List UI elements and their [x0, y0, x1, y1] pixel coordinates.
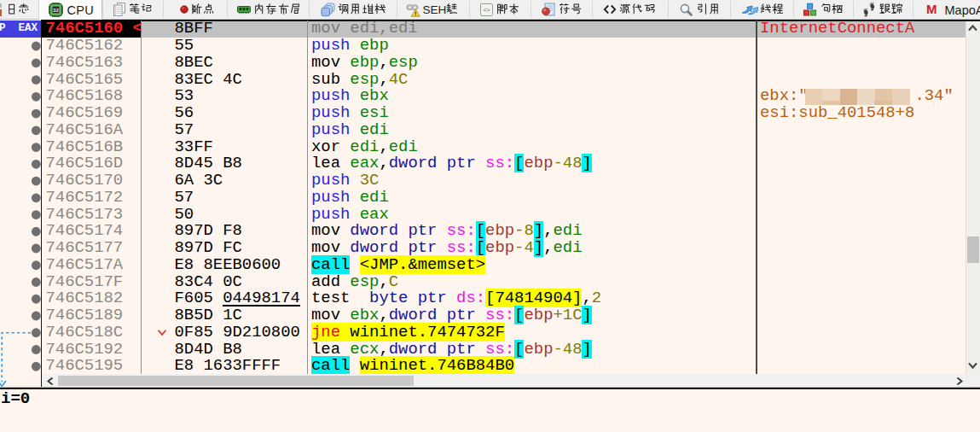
svg-text:32: 32 — [53, 7, 59, 13]
svg-text:<>: <> — [483, 7, 490, 13]
